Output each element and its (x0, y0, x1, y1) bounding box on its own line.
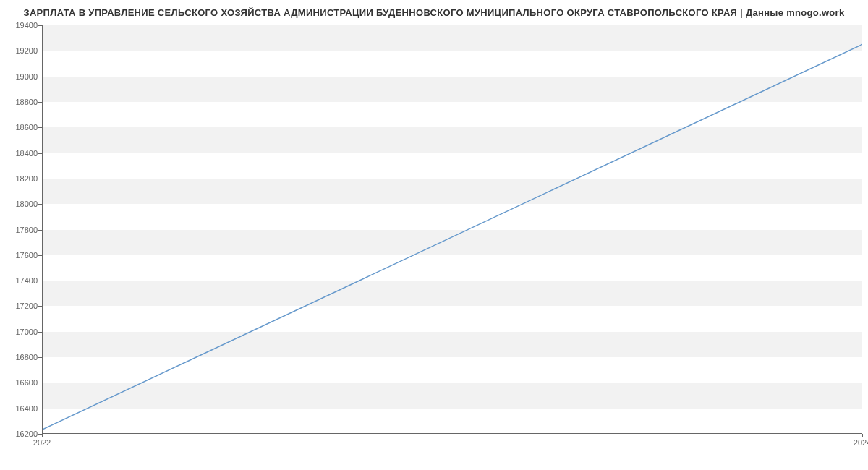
y-tick-mark (38, 255, 42, 256)
grid-band (43, 127, 862, 153)
grid-band (43, 230, 862, 255)
y-tick-label: 16400 (1, 404, 38, 413)
y-tick-label: 18400 (1, 149, 38, 158)
y-tick-label: 17800 (1, 226, 38, 234)
y-tick-label: 19400 (1, 21, 38, 30)
grid-band (43, 179, 862, 204)
y-tick-label: 18000 (1, 200, 38, 208)
y-tick-mark (38, 332, 42, 333)
y-tick-mark (38, 77, 42, 77)
plot-area (42, 25, 862, 434)
x-tick-mark (862, 434, 863, 437)
y-tick-mark (38, 204, 42, 205)
chart-container: ЗАРПЛАТА В УПРАВЛЕНИЕ СЕЛЬСКОГО ХОЗЯЙСТВ… (0, 0, 868, 470)
chart-title: ЗАРПЛАТА В УПРАВЛЕНИЕ СЕЛЬСКОГО ХОЗЯЙСТВ… (0, 7, 868, 18)
grid-band (43, 77, 862, 102)
y-tick-label: 18600 (1, 123, 38, 132)
y-tick-mark (38, 383, 42, 383)
y-tick-mark (38, 51, 42, 51)
y-tick-label: 19000 (1, 72, 38, 81)
y-tick-label: 16800 (1, 353, 38, 362)
y-tick-label: 16200 (1, 430, 38, 438)
y-tick-mark (38, 127, 42, 128)
y-tick-mark (38, 409, 42, 409)
y-tick-mark (38, 357, 42, 358)
y-tick-mark (38, 179, 42, 179)
y-tick-mark (38, 25, 42, 26)
y-tick-label: 16600 (1, 378, 38, 387)
x-tick-mark (42, 434, 43, 437)
y-tick-mark (38, 153, 42, 154)
y-tick-label: 17400 (1, 276, 38, 285)
y-tick-mark (38, 102, 42, 103)
x-tick-label: 2022 (33, 438, 51, 447)
grid-band (43, 332, 862, 357)
y-tick-mark (38, 306, 42, 307)
grid-band (43, 281, 862, 306)
x-tick-label: 2024 (854, 438, 868, 447)
grid-band (43, 25, 862, 51)
y-tick-mark (38, 230, 42, 231)
y-tick-label: 18200 (1, 174, 38, 183)
y-tick-label: 17200 (1, 302, 38, 310)
y-tick-label: 19200 (1, 46, 38, 55)
y-tick-label: 17000 (1, 328, 38, 336)
y-tick-label: 18800 (1, 98, 38, 106)
grid-band (43, 383, 862, 408)
y-tick-label: 17600 (1, 251, 38, 260)
y-tick-mark (38, 281, 42, 281)
